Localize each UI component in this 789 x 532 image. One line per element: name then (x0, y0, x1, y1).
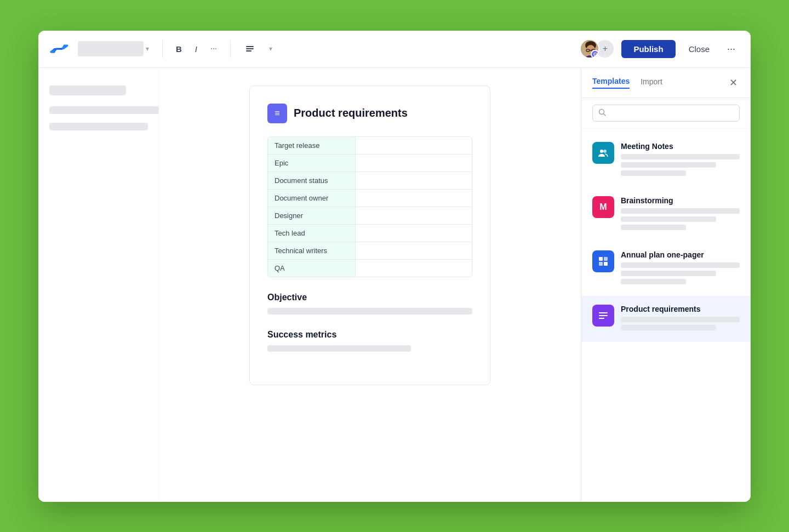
svg-rect-14 (604, 262, 608, 266)
table-row: QA (268, 260, 472, 277)
brainstorming-line-2 (621, 216, 716, 222)
row-value-designer[interactable] (356, 207, 472, 224)
main-area: ≡ Product requirements Target release Ep… (38, 68, 751, 502)
row-value-epic[interactable] (356, 155, 472, 171)
meeting-notes-line-2 (621, 162, 716, 168)
meeting-notes-icon (592, 142, 614, 164)
row-value-target-release[interactable] (356, 137, 472, 154)
toolbar-right: G + Publish Close ··· (580, 39, 740, 59)
svg-line-8 (604, 113, 606, 116)
sidebar-content (49, 106, 147, 130)
tab-templates[interactable]: Templates (592, 77, 630, 89)
confluence-logo-icon (49, 39, 69, 59)
brainstorming-icon: M (592, 196, 614, 218)
table-row: Technical writers (268, 242, 472, 260)
objective-placeholder (267, 308, 472, 314)
row-label-document-status: Document status (268, 172, 356, 189)
product-req-info: Product requirements (621, 305, 740, 333)
tab-import[interactable]: Import (641, 77, 662, 89)
section-objective: Objective (267, 293, 472, 314)
formatting-toolbar: B I ··· (171, 42, 221, 56)
brainstorming-info: Brainstorming (621, 196, 740, 233)
sidebar-line-1 (49, 106, 159, 114)
sidebar-page-title (49, 85, 126, 95)
meeting-notes-line-3 (621, 170, 686, 176)
search-input[interactable] (610, 109, 734, 117)
toolbar-divider (162, 40, 163, 58)
more-format-button[interactable]: ··· (206, 42, 221, 55)
toolbar: ▾ B I ··· ▾ (38, 31, 751, 68)
row-value-document-owner[interactable] (356, 190, 472, 207)
alignment-button[interactable] (239, 42, 260, 56)
row-value-technical-writers[interactable] (356, 242, 472, 259)
table-row: Designer (268, 207, 472, 225)
svg-point-9 (600, 150, 603, 153)
panel-close-button[interactable]: ✕ (727, 77, 740, 89)
app-window: ▾ B I ··· ▾ (38, 31, 751, 502)
table-row: Target release (268, 137, 472, 155)
section-objective-heading: Objective (267, 293, 472, 302)
requirements-table: Target release Epic Document status Docu… (267, 136, 472, 277)
svg-rect-12 (604, 257, 608, 261)
annual-plan-line-3 (621, 279, 686, 284)
document-title-text: Product requirements (294, 107, 408, 119)
row-label-document-owner: Document owner (268, 190, 356, 207)
document-title: ≡ Product requirements (267, 104, 472, 123)
toolbar-divider-2 (230, 40, 231, 58)
breadcrumb-chevron-icon: ▾ (146, 45, 149, 53)
avatar-badge: G (591, 50, 599, 59)
document-icon: ≡ (267, 104, 287, 123)
panel-header: Templates Import ✕ (581, 68, 751, 98)
close-button[interactable]: Close (682, 40, 716, 58)
brainstorming-title: Brainstorming (621, 196, 740, 205)
meeting-notes-info: Meeting Notes (621, 142, 740, 179)
brainstorming-line-1 (621, 208, 740, 214)
product-req-icon (592, 305, 614, 327)
table-row: Document status (268, 172, 472, 190)
svg-rect-11 (599, 257, 603, 261)
row-label-designer: Designer (268, 207, 356, 224)
publish-button[interactable]: Publish (621, 40, 675, 58)
success-placeholder (267, 345, 411, 352)
template-item-annual-plan[interactable]: Annual plan one-pager (581, 242, 751, 296)
search-icon (598, 108, 606, 118)
search-wrapper[interactable] (592, 105, 740, 122)
template-item-brainstorming[interactable]: M Brainstorming (581, 187, 751, 242)
document-card: ≡ Product requirements Target release Ep… (249, 85, 490, 385)
templates-panel: Templates Import ✕ (581, 68, 751, 502)
template-item-product-requirements[interactable]: Product requirements (581, 296, 751, 342)
more-options-button[interactable]: ··· (723, 41, 740, 57)
table-row: Document owner (268, 190, 472, 207)
template-item-meeting-notes[interactable]: Meeting Notes (581, 133, 751, 187)
annual-plan-title: Annual plan one-pager (621, 250, 740, 259)
annual-plan-info: Annual plan one-pager (621, 250, 740, 287)
table-row: Tech lead (268, 225, 472, 242)
annual-plan-line-1 (621, 262, 740, 268)
row-label-technical-writers: Technical writers (268, 242, 356, 259)
left-sidebar (38, 68, 159, 502)
row-value-document-status[interactable] (356, 172, 472, 189)
product-req-line-2 (621, 325, 716, 330)
alignment-chevron-icon: ▾ (269, 45, 272, 53)
section-success-heading: Success metrics (267, 330, 472, 340)
product-req-line-1 (621, 317, 740, 322)
row-label-epic: Epic (268, 155, 356, 171)
sidebar-line-2 (49, 123, 148, 130)
bold-button[interactable]: B (171, 42, 186, 56)
breadcrumb[interactable]: ▾ (78, 41, 149, 56)
templates-list: Meeting Notes M Brainstorming (581, 129, 751, 502)
avatar: G (580, 39, 599, 59)
row-label-qa: QA (268, 260, 356, 277)
annual-plan-line-2 (621, 271, 716, 276)
editor-area[interactable]: ≡ Product requirements Target release Ep… (159, 68, 581, 502)
italic-button[interactable]: I (191, 42, 202, 56)
svg-point-10 (603, 150, 607, 153)
annual-plan-icon (592, 250, 614, 272)
brainstorming-line-3 (621, 225, 686, 230)
panel-search (581, 98, 751, 129)
row-value-qa[interactable] (356, 260, 472, 277)
align-icon (244, 44, 256, 54)
row-value-tech-lead[interactable] (356, 225, 472, 242)
product-req-title: Product requirements (621, 305, 740, 313)
brainstorming-icon-label: M (599, 202, 607, 212)
